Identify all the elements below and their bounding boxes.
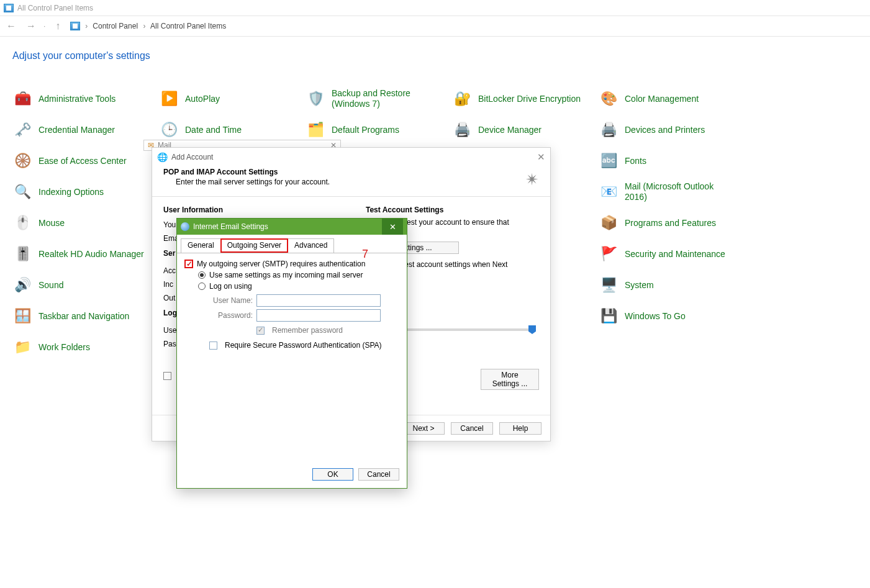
annotation-7: 7 xyxy=(362,248,368,261)
ok-button[interactable]: OK xyxy=(312,468,353,481)
cpl-icon: 🖥️ xyxy=(599,275,619,295)
test-account-heading: Test Account Settings xyxy=(366,206,539,214)
cpl-icon: 🛞 xyxy=(12,151,32,171)
control-panel-item[interactable]: 🗝️Credential Manager xyxy=(12,120,159,140)
control-panel-item[interactable]: 🖱️Mouse xyxy=(12,213,159,233)
forward-button[interactable]: → xyxy=(24,20,39,32)
slider-thumb-icon[interactable] xyxy=(528,325,536,334)
tab-outgoing-server[interactable]: Outgoing Server xyxy=(220,238,288,253)
radio-log-on-label: Log on using xyxy=(209,282,252,291)
cpl-label: Date and Time xyxy=(185,125,242,135)
radio-use-same-label: Use same settings as my incoming mail se… xyxy=(209,271,363,279)
control-panel-item[interactable]: 🕒Date and Time xyxy=(159,120,306,140)
cpl-icon: 🚩 xyxy=(599,244,619,264)
cpl-icon: 🖨️ xyxy=(452,120,472,140)
cpl-icon: 🖨️ xyxy=(599,120,619,140)
ies-close-button[interactable]: ✕ xyxy=(382,219,403,235)
nav-separator: · xyxy=(43,22,45,30)
control-panel-item[interactable]: 🛞Ease of Access Center xyxy=(12,151,159,171)
control-panel-item[interactable]: 🎨Color Management xyxy=(599,89,745,109)
cpl-label: Backup and Restore(Windows 7) xyxy=(332,88,410,109)
breadcrumb-current[interactable]: All Control Panel Items xyxy=(150,22,226,30)
cpl-icon: 🔐 xyxy=(452,89,472,109)
username-label: User Name: xyxy=(209,296,253,305)
control-panel-item[interactable]: 💾Windows To Go xyxy=(599,306,745,326)
up-button[interactable]: ↑ xyxy=(50,20,65,32)
add-account-subheading: Enter the mail server settings for your … xyxy=(163,178,539,186)
breadcrumb-chevron: › xyxy=(85,22,88,30)
control-panel-item[interactable]: 🧰Administrative Tools xyxy=(12,89,159,109)
ies-tabs: General Outgoing Server Advanced xyxy=(177,235,407,253)
cpl-label: Mouse xyxy=(39,218,65,228)
cpl-label: BitLocker Drive Encryption xyxy=(478,94,581,104)
control-panel-item[interactable]: 🔤Fonts xyxy=(599,151,745,171)
control-panel-item[interactable]: 🔊Sound xyxy=(12,275,159,295)
spa-checkbox[interactable] xyxy=(209,341,217,350)
cpl-icon: ▶️ xyxy=(159,89,179,109)
control-panel-item[interactable]: 🚩Security and Maintenance xyxy=(599,244,745,264)
breadcrumb-icon xyxy=(70,22,80,30)
cpl-icon: 🪟 xyxy=(12,306,32,326)
cpl-label: Taskbar and Navigation xyxy=(39,311,129,322)
cpl-icon: 🖱️ xyxy=(12,213,32,233)
cpl-label: Color Management xyxy=(625,94,699,104)
password-label: Password: xyxy=(209,311,253,320)
window-title: All Control Panel Items xyxy=(17,4,93,12)
smtp-auth-label: My outgoing server (SMTP) requires authe… xyxy=(197,260,365,268)
cpl-label: Indexing Options xyxy=(39,187,104,197)
control-panel-item[interactable]: 📁Work Folders xyxy=(12,337,159,357)
help-button[interactable]: Help xyxy=(499,422,541,435)
cpl-icon: 📧 xyxy=(599,182,619,202)
cpl-icon: 🗝️ xyxy=(12,120,32,140)
user-info-heading: User Information xyxy=(163,206,350,214)
add-account-title: Add Account xyxy=(171,153,213,161)
breadcrumb-root[interactable]: Control Panel xyxy=(93,22,138,30)
cpl-icon: 🔤 xyxy=(599,151,619,171)
spa-account-checkbox[interactable] xyxy=(163,372,171,380)
password-input[interactable] xyxy=(256,309,381,322)
remember-password-checkbox[interactable] xyxy=(256,327,265,335)
cpl-label: Fonts xyxy=(625,156,646,166)
cpl-label: Mail (Microsoft Outlook2016) xyxy=(625,181,714,202)
radio-use-same-settings[interactable] xyxy=(198,271,206,279)
page-title: Adjust your computer's settings xyxy=(12,50,870,61)
add-account-close[interactable]: ✕ xyxy=(537,152,545,163)
control-panel-item[interactable]: 🎚️Realtek HD Audio Manager xyxy=(12,244,159,264)
control-panel-item[interactable]: 🔍Indexing Options xyxy=(12,182,159,202)
cpl-icon: 🎨 xyxy=(599,89,619,109)
window-titlebar: All Control Panel Items xyxy=(0,0,870,16)
control-panel-item[interactable]: 🗂️Default Programs xyxy=(306,120,452,140)
cpl-icon: 🕒 xyxy=(159,120,179,140)
control-panel-item[interactable]: 🖨️Device Manager xyxy=(452,120,599,140)
control-panel-item[interactable]: 📦Programs and Features xyxy=(599,213,745,233)
control-panel-item[interactable]: 🪟Taskbar and Navigation xyxy=(12,306,159,326)
smtp-auth-checkbox[interactable] xyxy=(184,260,193,268)
cpl-label: Devices and Printers xyxy=(625,125,705,135)
cancel-button[interactable]: Cancel xyxy=(451,422,493,435)
control-panel-item[interactable]: 📧Mail (Microsoft Outlook2016) xyxy=(599,182,745,202)
username-input[interactable] xyxy=(256,294,381,307)
add-account-heading: POP and IMAP Account Settings xyxy=(163,168,278,176)
next-button[interactable]: Next > xyxy=(402,422,445,435)
spa-label: Require Secure Password Authentication (… xyxy=(225,341,382,350)
ies-cancel-button[interactable]: Cancel xyxy=(358,468,399,481)
control-panel-item[interactable]: 🔐BitLocker Drive Encryption xyxy=(452,89,599,109)
control-panel-item[interactable]: 🖨️Devices and Printers xyxy=(599,120,745,140)
cpl-label: System xyxy=(625,280,654,291)
globe-icon: 🌐 xyxy=(157,152,168,162)
more-settings-button[interactable]: More Settings ... xyxy=(481,369,539,390)
cpl-icon: 🎚️ xyxy=(12,244,32,264)
control-panel-item[interactable]: ▶️AutoPlay xyxy=(159,89,306,109)
cpl-label: Work Folders xyxy=(39,342,90,353)
cpl-label: Default Programs xyxy=(332,125,399,135)
control-panel-item[interactable]: 🖥️System xyxy=(599,275,745,295)
tab-advanced[interactable]: Advanced xyxy=(288,238,334,253)
radio-log-on-using[interactable] xyxy=(198,283,206,290)
control-panel-item[interactable]: 🛡️Backup and Restore(Windows 7) xyxy=(306,89,452,109)
truncated-label-log: Log xyxy=(163,309,177,317)
cpl-icon: 🔊 xyxy=(12,275,32,295)
cpl-label: Ease of Access Center xyxy=(39,156,127,166)
tab-general[interactable]: General xyxy=(181,238,221,253)
back-button[interactable]: ← xyxy=(4,20,19,32)
cpl-icon: 📁 xyxy=(12,337,32,357)
